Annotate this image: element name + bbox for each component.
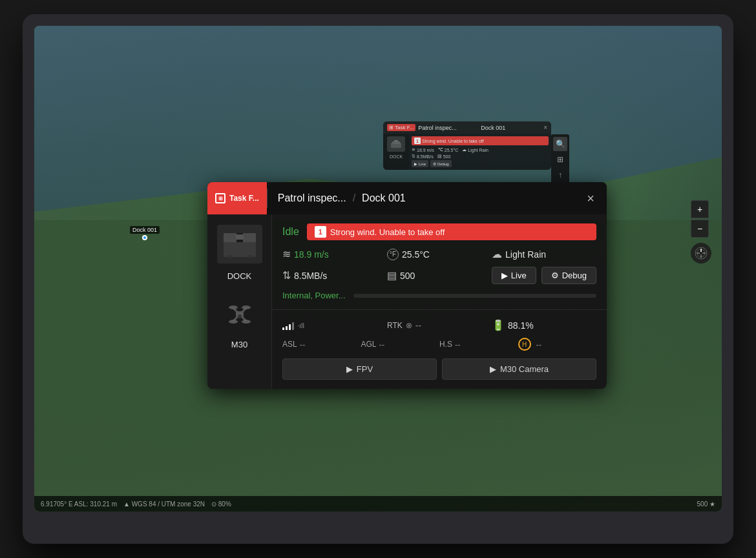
debug-button[interactable]: ⚙ Debug (541, 267, 596, 284)
mini-wind-stat: ≋ 18.9 m/s (412, 147, 434, 152)
signal-bar-1 (282, 327, 284, 330)
task-badge-label: Task F... (229, 194, 259, 203)
mini-live-btn[interactable]: ▶ Live (412, 160, 428, 167)
home-value: -- (536, 340, 542, 349)
svg-rect-9 (247, 255, 253, 258)
mini-panel-header: ⊞ Task F... Patrol inspec... Dock 001 × (383, 121, 551, 134)
svg-rect-7 (236, 234, 244, 240)
wind-icon: ≋ (282, 248, 291, 260)
mini-dock-visual (387, 136, 405, 152)
debug-label: Debug (562, 271, 587, 280)
signal-bar-2 (286, 326, 288, 330)
svg-rect-8 (227, 255, 232, 258)
agl-stat: AGL -- (361, 340, 440, 349)
dock-sidebar-label: DOCK (227, 271, 252, 281)
mini-buttons: ▶ Live ⚙ Debug (412, 160, 549, 167)
signal-dots: ·ıll (297, 322, 304, 329)
fpv-button[interactable]: ▶ FPV (282, 358, 437, 380)
svg-point-19 (242, 320, 251, 324)
rtk-cross: ⊗ (406, 321, 412, 330)
home-icon: H (518, 338, 531, 351)
agl-label: AGL (361, 340, 377, 349)
storage-icon: ▤ (387, 269, 397, 282)
battery-value: 88.1% (508, 320, 534, 331)
mini-network-stat: ⇅ 8.5MB/s (412, 154, 434, 159)
header-title-group: Patrol inspec... / Dock 001 (268, 192, 574, 204)
asl-value: -- (300, 340, 306, 349)
status-bar: 6.91705° E ASL: 310.21 m ▲ WGS 84 / UTM … (34, 496, 722, 512)
mini-panel: ⊞ Task F... Patrol inspec... Dock 001 × (383, 121, 551, 170)
task-icon: ⊞ (215, 193, 226, 203)
weather-stat: ☁ Light Rain (492, 248, 596, 260)
hs-stat: H.S -- (439, 340, 518, 349)
laptop-screen: Dock 001 ⊞ Task F... Patrol inspec... Do… (34, 26, 722, 512)
mini-content: 1 Strong wind. Unable to take off ≋ 18.9… (409, 134, 551, 170)
agl-value: -- (379, 340, 385, 349)
zoom-out-button[interactable]: − (691, 220, 709, 238)
svg-rect-1 (392, 141, 400, 144)
signal-bars (282, 321, 294, 330)
mini-stats-row1: ≋ 18.9 m/s ℃ 25.5°C ☁ Light Rain (412, 147, 549, 152)
svg-rect-4 (224, 233, 238, 242)
m30-camera-button[interactable]: ▶ M30 Camera (442, 358, 596, 380)
rtk-icon: RTK (387, 321, 403, 330)
drone-stats-row1: ·ıll RTK ⊗ -- 🔋 88.1% (282, 319, 596, 331)
signal-bar-3 (289, 324, 291, 330)
close-button[interactable]: × (574, 182, 607, 214)
compass-button[interactable] (691, 243, 711, 264)
mini-nav-search[interactable]: 🔍 (553, 137, 567, 151)
alert-badge: 1 Strong wind. Unable to take off (307, 223, 596, 240)
status-coords: 6.91705° E ASL: 310.21 m (41, 501, 117, 508)
zoom-in-button[interactable]: + (691, 200, 709, 218)
live-label: Live (511, 271, 527, 280)
dock-status: Idle (282, 226, 299, 238)
status-zoom: ⊙ 80% (211, 501, 231, 508)
rtk-value: -- (415, 320, 421, 331)
mini-debug-btn[interactable]: ⚙ Debug (430, 160, 452, 167)
mini-dock-title: Dock 001 (481, 125, 541, 131)
status-datum: ▲ WGS 84 / UTM zone 32N (123, 501, 205, 508)
mini-nav-layers[interactable]: ⊞ (553, 152, 567, 167)
svg-point-15 (238, 315, 242, 318)
svg-point-18 (229, 320, 238, 324)
dock-status-row: Idle 1 Strong wind. Unable to take off (282, 223, 596, 240)
mini-storage-stat: ▤ 500 (437, 154, 451, 159)
task-badge: ⊞ Task F... (207, 182, 267, 214)
alert-message: Strong wind. Unable to take off (330, 227, 445, 237)
wind-value: 18.9 m/s (294, 249, 329, 260)
panel-main: Idle 1 Strong wind. Unable to take off ≋… (272, 214, 607, 389)
home-stat: H -- (518, 338, 597, 351)
live-button[interactable]: ▶ Live (492, 267, 536, 284)
drone-section: ·ıll RTK ⊗ -- 🔋 88.1% (272, 310, 607, 389)
mini-task-label: Task F... (395, 125, 414, 130)
mini-close-btn[interactable]: × (543, 124, 547, 131)
mini-dock-label: DOCK (390, 154, 403, 159)
action-buttons: ▶ Live ⚙ Debug (492, 267, 596, 284)
dock-section: Idle 1 Strong wind. Unable to take off ≋… (272, 214, 607, 310)
mini-alert: 1 Strong wind. Unable to take off (412, 136, 549, 145)
laptop-outer: Dock 001 ⊞ Task F... Patrol inspec... Do… (23, 14, 733, 544)
hs-label: H.S (439, 340, 452, 349)
dock-title: Dock 001 (362, 192, 406, 204)
mini-body: DOCK 1 Strong wind. Unable to take off ≋… (383, 134, 551, 170)
svg-rect-2 (394, 140, 398, 141)
rtk-stat: RTK ⊗ -- (387, 320, 492, 331)
map-controls: + − (691, 200, 711, 264)
mini-nav-arrow1[interactable]: ↑ (553, 168, 567, 182)
fpv-icon: ▶ (346, 364, 353, 374)
svg-rect-3 (224, 241, 256, 257)
svg-rect-5 (242, 233, 256, 242)
hs-value: -- (455, 340, 461, 349)
network-icon: ⇅ (282, 269, 291, 282)
network-stat: ⇅ 8.5MB/s (282, 269, 387, 282)
signal-stat: ·ıll (282, 321, 387, 330)
dock-visual (217, 225, 262, 264)
mini-weather-stat: ☁ Light Rain (462, 147, 488, 152)
asl-stat: ASL -- (282, 340, 361, 349)
asl-label: ASL (282, 340, 297, 349)
storage-value: 500 (400, 271, 415, 281)
dock-marker-label: Dock 001 (130, 226, 160, 234)
title-separator: / (353, 192, 355, 204)
mini-task-icon: ⊞ (389, 125, 394, 130)
svg-point-17 (242, 305, 251, 309)
